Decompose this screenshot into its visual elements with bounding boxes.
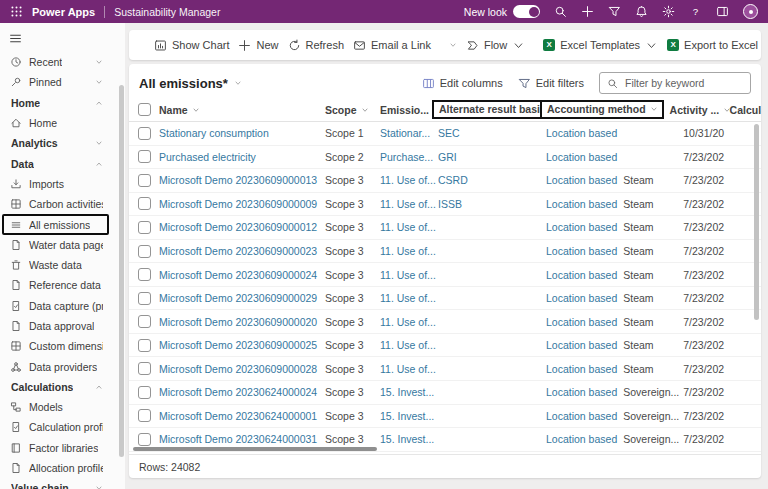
hamburger-menu-icon[interactable] [9, 32, 22, 45]
table-row[interactable]: Microsoft Demo 20230609000013Scope 311. … [129, 169, 761, 193]
cell-emission[interactable]: Stationar... [380, 127, 438, 139]
environment-name[interactable]: Sustainability Manager [114, 6, 220, 18]
bell-icon[interactable] [635, 5, 648, 18]
overflow-chevron-icon[interactable] [449, 41, 457, 49]
cell-emission[interactable]: 11. Use of... [380, 221, 438, 233]
table-row[interactable]: Microsoft Demo 20230609000029Scope 311. … [129, 287, 761, 311]
sidebar-item-carbon-activities[interactable]: Carbon activities [2, 194, 109, 214]
row-checkbox[interactable] [138, 127, 151, 140]
export-to-excel-button[interactable]: X Export to Excel [667, 39, 758, 51]
select-all-checkbox[interactable] [138, 103, 151, 116]
cell-emission[interactable]: 11. Use of... [380, 174, 438, 186]
sidebar-item-data-approval[interactable]: Data approval [2, 316, 109, 336]
cell-accounting[interactable]: Location based [546, 221, 623, 233]
sidebar-item-pinned[interactable]: Pinned [2, 72, 109, 92]
table-row[interactable]: Microsoft Demo 20230609000024Scope 311. … [129, 263, 761, 287]
column-header-date[interactable]: Calculat... [730, 104, 761, 116]
cell-accounting[interactable]: Location based [546, 198, 623, 210]
column-header-accounting[interactable]: Accounting method [546, 100, 670, 119]
cell-name[interactable]: Microsoft Demo 20230609000023 [159, 245, 325, 257]
row-checkbox[interactable] [138, 268, 151, 281]
cell-accounting[interactable]: Location based [546, 245, 623, 257]
gear-icon[interactable] [662, 5, 675, 18]
cell-name[interactable]: Microsoft Demo 20230609000025 [159, 339, 325, 351]
table-row[interactable]: Microsoft Demo 20230624000001Scope 315. … [129, 405, 761, 429]
table-row[interactable]: Microsoft Demo 20230624000024Scope 315. … [129, 381, 761, 405]
keyword-filter-input[interactable] [623, 76, 743, 90]
new-button[interactable]: New [238, 39, 278, 52]
column-header-emission[interactable]: Emissio... [380, 104, 438, 116]
cell-basis[interactable]: SEC [438, 127, 546, 139]
column-header-scope[interactable]: Scope [325, 104, 380, 116]
column-header-basis[interactable]: Alternate result basis↓ [438, 100, 546, 119]
cell-accounting[interactable]: Location based [546, 174, 623, 186]
help-icon[interactable]: ? [689, 5, 702, 18]
cell-name[interactable]: Microsoft Demo 20230609000024 [159, 269, 325, 281]
cell-name[interactable]: Purchased electricity [159, 151, 325, 163]
cell-emission[interactable]: 11. Use of... [380, 245, 438, 257]
cell-emission[interactable]: 15. Invest... [380, 433, 438, 445]
horizontal-scrollbar[interactable] [133, 447, 377, 451]
cell-name[interactable]: Microsoft Demo 20230609000029 [159, 292, 325, 304]
sidebar-item-factor-libraries[interactable]: Factor libraries [2, 438, 109, 458]
sidebar-item-home[interactable]: Home [2, 113, 109, 133]
cell-accounting[interactable]: Location based [546, 339, 623, 351]
search-icon[interactable] [554, 5, 567, 18]
cell-basis[interactable]: ISSB [438, 198, 546, 210]
row-checkbox[interactable] [138, 245, 151, 258]
cell-basis[interactable]: CSRD [438, 174, 546, 186]
panels-icon[interactable] [716, 5, 729, 18]
cell-accounting[interactable]: Location based [546, 363, 623, 375]
cell-emission[interactable]: Purchase... [380, 151, 438, 163]
table-row[interactable]: Microsoft Demo 20230609000028Scope 311. … [129, 357, 761, 381]
row-checkbox[interactable] [138, 433, 151, 446]
cell-emission[interactable]: 11. Use of... [380, 316, 438, 328]
cell-emission[interactable]: 11. Use of... [380, 292, 438, 304]
cell-accounting[interactable]: Location based [546, 127, 623, 139]
cell-name[interactable]: Microsoft Demo 20230609000012 [159, 221, 325, 233]
sidebar-item-reference-data[interactable]: Reference data [2, 275, 109, 295]
table-row[interactable]: Purchased electricityScope 2Purchase...G… [129, 146, 761, 170]
excel-templates-button[interactable]: X Excel Templates [543, 39, 658, 52]
table-row[interactable]: Microsoft Demo 20230609000009Scope 311. … [129, 193, 761, 217]
show-chart-button[interactable]: Show Chart [154, 39, 229, 52]
row-checkbox[interactable] [138, 292, 151, 305]
cell-name[interactable]: Microsoft Demo 20230624000031 [159, 433, 325, 445]
sidebar-item-allocation-profiles[interactable]: Allocation profiles... [2, 458, 109, 478]
sidebar-item-waste-data[interactable]: Waste data [2, 255, 109, 275]
sidebar-item-calculation-profiles[interactable]: Calculation profiles [2, 417, 109, 437]
cell-name[interactable]: Microsoft Demo 20230624000001 [159, 410, 325, 422]
table-row[interactable]: Microsoft Demo 20230609000023Scope 311. … [129, 240, 761, 264]
row-checkbox[interactable] [138, 315, 151, 328]
sidebar-group-home[interactable]: Home [2, 93, 109, 113]
row-checkbox[interactable] [138, 362, 151, 375]
cell-basis[interactable]: GRI [438, 151, 546, 163]
column-header-activity[interactable]: Activity ... [670, 104, 730, 116]
user-avatar[interactable] [743, 4, 758, 19]
cell-accounting[interactable]: Location based [546, 292, 623, 304]
cell-accounting[interactable]: Location based [546, 386, 623, 398]
app-name[interactable]: Power Apps [32, 6, 95, 18]
cell-emission[interactable]: 11. Use of... [380, 269, 438, 281]
vertical-scrollbar[interactable] [754, 124, 759, 320]
sidebar-group-analytics[interactable]: Analytics [2, 133, 109, 153]
table-row[interactable]: Stationary consumptionScope 1Stationar..… [129, 122, 761, 146]
edit-columns-button[interactable]: Edit columns [422, 77, 503, 90]
sidebar-scrollbar[interactable] [119, 85, 124, 457]
sidebar-item-recent[interactable]: Recent [2, 52, 109, 72]
view-selector-chevron-icon[interactable] [234, 79, 242, 87]
new-look-toggle[interactable] [513, 5, 540, 18]
refresh-button[interactable]: Refresh [288, 39, 345, 52]
row-checkbox[interactable] [138, 339, 151, 352]
row-checkbox[interactable] [138, 174, 151, 187]
row-checkbox[interactable] [138, 386, 151, 399]
row-checkbox[interactable] [138, 221, 151, 234]
cell-emission[interactable]: 11. Use of... [380, 363, 438, 375]
cell-name[interactable]: Stationary consumption [159, 127, 325, 139]
column-header-name[interactable]: Name [159, 104, 325, 116]
cell-emission[interactable]: 15. Invest... [380, 410, 438, 422]
table-row[interactable]: Microsoft Demo 20230609000020Scope 311. … [129, 310, 761, 334]
cell-accounting[interactable]: Location based [546, 410, 623, 422]
email-link-button[interactable]: Email a Link [353, 39, 431, 52]
sidebar-item-imports[interactable]: Imports [2, 174, 109, 194]
